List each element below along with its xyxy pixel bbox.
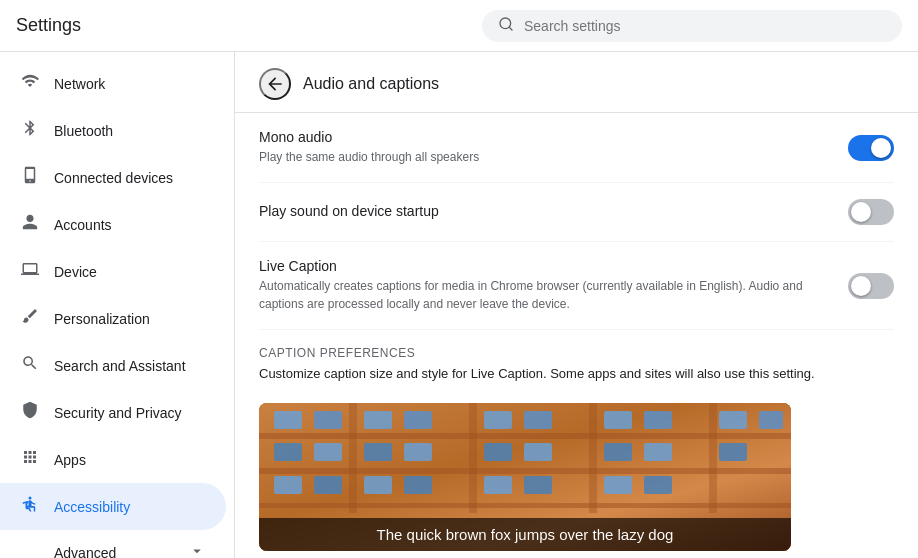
sidebar-item-accounts[interactable]: Accounts xyxy=(0,201,226,248)
toggle-switch-mono-audio[interactable] xyxy=(848,135,894,161)
svg-line-1 xyxy=(509,27,512,30)
svg-rect-9 xyxy=(469,403,477,513)
setting-row-play-sound: Play sound on device startup xyxy=(259,183,894,242)
search-nav-icon xyxy=(20,354,40,377)
svg-rect-31 xyxy=(274,476,302,494)
setting-label-mono-audio: Mono audio xyxy=(259,129,824,145)
svg-rect-38 xyxy=(644,476,672,494)
toggle-thumb-live-caption xyxy=(851,276,871,296)
sidebar-label-personalization: Personalization xyxy=(54,311,150,327)
caption-prefs-desc: Customize caption size and style for Liv… xyxy=(259,366,894,381)
svg-rect-12 xyxy=(274,411,302,429)
bluetooth-icon xyxy=(20,119,40,142)
apps-icon xyxy=(20,448,40,471)
sidebar-item-connected-devices[interactable]: Connected devices xyxy=(0,154,226,201)
sidebar-label-security: Security and Privacy xyxy=(54,405,182,421)
svg-rect-28 xyxy=(604,443,632,461)
laptop-icon xyxy=(20,260,40,283)
back-button[interactable] xyxy=(259,68,291,100)
toggle-live-caption[interactable] xyxy=(848,273,894,299)
sidebar-label-device: Device xyxy=(54,264,97,280)
setting-row-mono-audio: Mono audio Play the same audio through a… xyxy=(259,113,894,183)
setting-label-play-sound: Play sound on device startup xyxy=(259,203,824,219)
svg-rect-29 xyxy=(644,443,672,461)
svg-rect-14 xyxy=(364,411,392,429)
sidebar-item-network[interactable]: Network xyxy=(0,60,226,107)
svg-rect-35 xyxy=(484,476,512,494)
setting-info-play-sound: Play sound on device startup xyxy=(259,203,824,222)
svg-point-2 xyxy=(29,497,32,500)
caption-prefs-section: Caption preferences Customize caption si… xyxy=(235,330,918,403)
svg-rect-10 xyxy=(589,403,597,513)
caption-preview-text: The quick brown fox jumps over the lazy … xyxy=(377,526,674,543)
svg-rect-30 xyxy=(719,443,747,461)
caption-preview: The quick brown fox jumps over the lazy … xyxy=(259,403,791,551)
chevron-down-icon xyxy=(188,542,206,558)
sidebar-item-security[interactable]: Security and Privacy xyxy=(0,389,226,436)
svg-rect-19 xyxy=(644,411,672,429)
toggle-play-sound[interactable] xyxy=(848,199,894,225)
person-icon xyxy=(20,213,40,236)
sidebar-label-apps: Apps xyxy=(54,452,86,468)
svg-rect-20 xyxy=(719,411,747,429)
svg-rect-15 xyxy=(404,411,432,429)
shield-icon xyxy=(20,401,40,424)
caption-text-bar: The quick brown fox jumps over the lazy … xyxy=(259,518,791,551)
svg-rect-22 xyxy=(274,443,302,461)
wifi-icon xyxy=(20,72,40,95)
search-input[interactable] xyxy=(524,18,886,34)
setting-desc-mono-audio: Play the same audio through all speakers xyxy=(259,148,824,166)
sidebar-label-bluetooth: Bluetooth xyxy=(54,123,113,139)
svg-rect-16 xyxy=(484,411,512,429)
sidebar-item-accessibility[interactable]: Accessibility xyxy=(0,483,226,530)
sidebar-item-advanced[interactable]: Advanced xyxy=(0,530,226,558)
app-title: Settings xyxy=(16,15,81,36)
sidebar-label-accounts: Accounts xyxy=(54,217,112,233)
sidebar-label-connected-devices: Connected devices xyxy=(54,170,173,186)
svg-rect-37 xyxy=(604,476,632,494)
sidebar: Network Bluetooth Connected devices Acco… xyxy=(0,52,235,558)
svg-rect-33 xyxy=(364,476,392,494)
accessibility-icon xyxy=(20,495,40,518)
sidebar-item-device[interactable]: Device xyxy=(0,248,226,295)
settings-section: Mono audio Play the same audio through a… xyxy=(235,113,918,330)
setting-info-live-caption: Live Caption Automatically creates capti… xyxy=(259,258,824,313)
sidebar-label-network: Network xyxy=(54,76,105,92)
advanced-left: Advanced xyxy=(20,545,116,559)
setting-desc-live-caption: Automatically creates captions for media… xyxy=(259,277,824,313)
caption-prefs-title: Caption preferences xyxy=(259,346,894,360)
brush-icon xyxy=(20,307,40,330)
svg-rect-8 xyxy=(349,403,357,513)
svg-rect-25 xyxy=(404,443,432,461)
toggle-thumb-play-sound xyxy=(851,202,871,222)
toggle-switch-play-sound[interactable] xyxy=(848,199,894,225)
svg-rect-27 xyxy=(524,443,552,461)
svg-rect-13 xyxy=(314,411,342,429)
setting-info-mono-audio: Mono audio Play the same audio through a… xyxy=(259,129,824,166)
svg-rect-26 xyxy=(484,443,512,461)
svg-rect-32 xyxy=(314,476,342,494)
svg-rect-17 xyxy=(524,411,552,429)
toggle-mono-audio[interactable] xyxy=(848,135,894,161)
sidebar-item-search-and-assistant[interactable]: Search and Assistant xyxy=(0,342,226,389)
search-icon xyxy=(498,16,514,36)
header: Settings xyxy=(0,0,918,52)
search-bar[interactable] xyxy=(482,10,902,42)
content-title: Audio and captions xyxy=(303,75,439,93)
device-icon xyxy=(20,166,40,189)
main-layout: Network Bluetooth Connected devices Acco… xyxy=(0,52,918,558)
sidebar-item-apps[interactable]: Apps xyxy=(0,436,226,483)
sidebar-label-accessibility: Accessibility xyxy=(54,499,130,515)
sidebar-item-personalization[interactable]: Personalization xyxy=(0,295,226,342)
sidebar-item-bluetooth[interactable]: Bluetooth xyxy=(0,107,226,154)
setting-row-live-caption: Live Caption Automatically creates capti… xyxy=(259,242,894,330)
svg-rect-11 xyxy=(709,403,717,513)
svg-rect-18 xyxy=(604,411,632,429)
content-area: Audio and captions Mono audio Play the s… xyxy=(235,52,918,558)
svg-rect-21 xyxy=(759,411,783,429)
toggle-thumb-mono-audio xyxy=(871,138,891,158)
svg-rect-36 xyxy=(524,476,552,494)
svg-rect-23 xyxy=(314,443,342,461)
svg-rect-24 xyxy=(364,443,392,461)
toggle-switch-live-caption[interactable] xyxy=(848,273,894,299)
